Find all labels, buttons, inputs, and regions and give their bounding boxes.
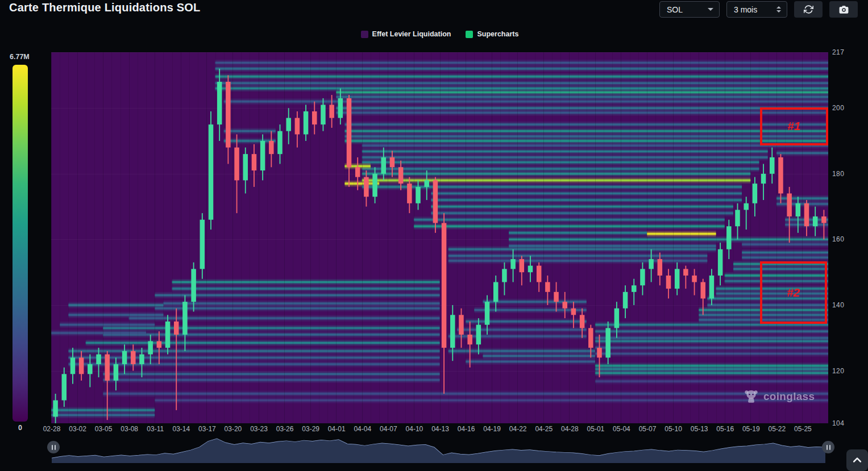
x-axis-label: 05-22 — [769, 425, 786, 433]
navigator-canvas[interactable] — [48, 434, 829, 463]
coinglass-watermark-text: coinglass — [763, 390, 815, 403]
spinner-icon — [776, 6, 781, 12]
x-axis-label: 04-25 — [535, 425, 553, 433]
x-axis-label: 03-26 — [276, 425, 294, 433]
coinglass-mascot-icon — [744, 389, 759, 404]
x-axis-label: 03-29 — [302, 425, 319, 433]
annotation-box: #1 — [760, 107, 828, 145]
y-axis-label: 180 — [832, 170, 844, 178]
x-axis-label: 03-05 — [95, 425, 113, 433]
x-axis-label: 05-07 — [639, 425, 657, 433]
y-axis-label: 200 — [832, 104, 844, 112]
period-select-value: 3 mois — [734, 5, 757, 14]
colorbar-min-label: 0 — [13, 424, 28, 432]
x-axis-label: 04-01 — [328, 425, 346, 433]
legend-item-liquidation[interactable]: Effet Levier Liquidation — [361, 30, 451, 38]
annotation-label: #1 — [787, 119, 800, 133]
toolbar: SOL 3 mois — [659, 1, 858, 18]
x-axis-label: 05-13 — [691, 425, 708, 433]
coinglass-watermark: coinglass — [744, 389, 815, 404]
colorbar — [13, 65, 28, 422]
period-select[interactable]: 3 mois — [726, 1, 787, 18]
chart-legend: Effet Levier Liquidation Supercharts — [51, 30, 828, 38]
x-axis-label: 03-20 — [225, 425, 242, 433]
chevron-up-icon — [852, 455, 863, 466]
x-axis-label: 03-11 — [147, 425, 164, 433]
x-axis-label: 04-28 — [561, 425, 579, 433]
x-axis-label: 05-16 — [716, 425, 734, 433]
page-title: Carte Thermique Liquidations SOL — [9, 1, 200, 14]
x-axis-label: 03-08 — [121, 425, 138, 433]
navigator-right-handle[interactable] — [822, 441, 834, 453]
x-axis-label: 03-17 — [198, 425, 216, 433]
y-axis-label: 140 — [832, 301, 844, 309]
x-axis-label: 05-04 — [613, 425, 630, 433]
x-axis-label: 04-22 — [509, 425, 527, 433]
chevron-down-icon — [708, 8, 713, 11]
legend-label-supercharts: Supercharts — [477, 30, 518, 38]
legend-swatch-supercharts — [466, 31, 473, 38]
x-axis-label: 04-04 — [354, 425, 371, 433]
y-axis-label: 104 — [832, 419, 844, 427]
y-axis-label: 217 — [832, 48, 844, 56]
x-axis-label: 03-02 — [69, 425, 86, 433]
scroll-to-top-button[interactable] — [846, 449, 868, 471]
legend-item-supercharts[interactable]: Supercharts — [466, 30, 518, 38]
annotation-box: #2 — [760, 261, 827, 324]
refresh-icon — [804, 5, 813, 14]
symbol-select[interactable]: SOL — [659, 1, 720, 18]
liquidation-heatmap-app: Carte Thermique Liquidations SOL SOL 3 m… — [0, 0, 868, 471]
x-axis-label: 04-16 — [458, 425, 475, 433]
x-axis-label: 03-23 — [250, 425, 268, 433]
x-axis-label: 03-14 — [172, 425, 190, 433]
x-axis-label: 04-19 — [483, 425, 501, 433]
x-axis-label: 02-28 — [43, 425, 61, 433]
colorbar-max-label: 6.77M — [10, 53, 30, 61]
liquidation-heatmap-canvas[interactable] — [51, 52, 828, 423]
navigator-left-handle[interactable] — [47, 441, 60, 453]
symbol-select-value: SOL — [667, 5, 683, 14]
annotation-label: #2 — [787, 286, 800, 299]
x-axis-label: 05-19 — [742, 425, 760, 433]
x-axis-label: 05-10 — [665, 425, 682, 433]
y-axis-label: 120 — [832, 367, 844, 375]
legend-swatch-liquidation — [361, 31, 368, 38]
x-axis-label: 04-13 — [431, 425, 449, 433]
x-axis-label: 05-25 — [794, 425, 812, 433]
refresh-button[interactable] — [794, 1, 823, 18]
x-axis-label: 05-01 — [587, 425, 605, 433]
legend-label-liquidation: Effet Levier Liquidation — [372, 30, 451, 38]
y-axis-label: 160 — [832, 235, 844, 243]
camera-icon — [838, 4, 849, 15]
x-axis-label: 04-10 — [406, 425, 423, 433]
x-axis-label: 04-07 — [380, 425, 397, 433]
screenshot-button[interactable] — [829, 1, 858, 18]
